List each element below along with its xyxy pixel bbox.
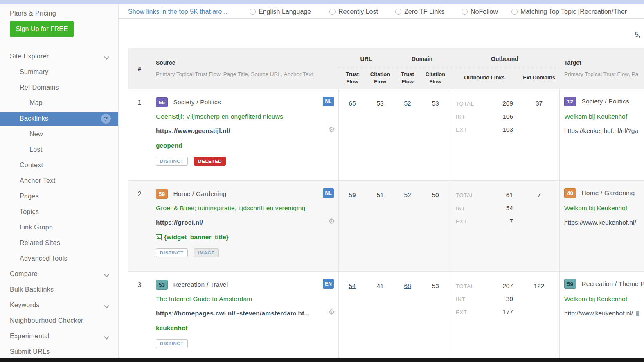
radio-icon[interactable] xyxy=(395,9,401,15)
sidebar-item-context[interactable]: Context xyxy=(0,157,118,173)
outbound-total-value: 207 xyxy=(484,282,513,290)
source-topic: Society / Politics xyxy=(173,99,221,106)
outbound-total-value: 209 xyxy=(484,100,513,107)
language-badge: EN xyxy=(323,279,334,289)
anchor-text-link[interactable]: geopend xyxy=(156,142,182,149)
page: Plans & Pricing Sign Up for FREE Site Ex… xyxy=(0,0,644,362)
backlinks-table: # Source Primary Topical Trust Flow, Pag… xyxy=(128,48,644,358)
sidebar-item-compare[interactable]: Compare xyxy=(0,266,118,282)
sidebar-item-bulk-backlinks[interactable]: Bulk Backlinks xyxy=(0,282,118,297)
sidebar-item-keywords[interactable]: Keywords xyxy=(0,297,118,313)
sidebar-item-backlinks[interactable]: Backlinks ? xyxy=(0,112,118,126)
target-url-link[interactable]: https://www.keukenhof.nl/ xyxy=(564,219,636,226)
filter-zero-tf-links[interactable]: Zero TF Links xyxy=(395,8,444,16)
target-topic: Society / Politics xyxy=(581,98,629,105)
gear-icon[interactable]: ⚙ xyxy=(329,217,335,226)
filter-matching-top-topic[interactable]: Matching Top Topic [Recreation/Ther xyxy=(511,8,627,16)
sidebar-item-map[interactable]: Map xyxy=(0,95,118,111)
source-topic: Recreation / Travel xyxy=(173,281,228,288)
filter-bar: Show links in the top 5K that are... Eng… xyxy=(119,4,644,19)
anchor-text-link[interactable]: {widget_banner_title} xyxy=(156,234,229,241)
target-page-title: Welkom bij Keukenhof xyxy=(564,113,627,120)
radio-icon[interactable] xyxy=(329,9,336,15)
sidebar-item-pages[interactable]: Pages xyxy=(0,189,118,204)
sidebar-item-advanced-tools[interactable]: Advanced Tools xyxy=(0,251,118,266)
sidebar-item-lost[interactable]: Lost xyxy=(0,142,118,157)
outbound-ext-label: EXT xyxy=(456,127,467,133)
target-url-link[interactable]: https://keukenhof.nl/nl/?ga xyxy=(564,127,638,135)
domain-trust-flow-link[interactable]: 68 xyxy=(404,282,411,289)
outbound-int-label: INT xyxy=(456,296,465,302)
outbound-int-value: 54 xyxy=(484,205,513,212)
domain-trust-flow-link[interactable]: 52 xyxy=(404,191,411,198)
topical-trust-flow-badge: 59 xyxy=(564,279,576,289)
topical-trust-flow-badge: 12 xyxy=(564,97,576,106)
sidebar-item-experimental[interactable]: Experimental xyxy=(0,328,118,344)
sidebar-item-related-sites[interactable]: Related Sites xyxy=(0,235,118,251)
source-url-link[interactable]: https://www.geenstijl.nl/ xyxy=(156,127,230,135)
show-links-filter-link[interactable]: Show links in the top 5K that are... xyxy=(128,8,227,16)
topical-trust-flow-badge: 65 xyxy=(156,97,168,107)
url-citation-flow: 41 xyxy=(367,282,393,290)
filter-recently-lost[interactable]: Recently Lost xyxy=(329,8,378,16)
topical-trust-flow-badge: 53 xyxy=(156,280,168,290)
header-group-outbound: Outbound xyxy=(450,56,559,62)
ext-domains-value: 7 xyxy=(519,191,559,199)
table-row: 3 53 Recreation / Travel EN The Internet… xyxy=(128,272,644,358)
doc-icon xyxy=(636,311,639,316)
ext-domains-value: 37 xyxy=(519,100,559,107)
chevron-down-icon xyxy=(104,303,109,308)
sidebar-item-new[interactable]: New xyxy=(0,126,118,142)
sidebar-item-neighbourhood-checker[interactable]: Neighbourhood Checker xyxy=(0,313,118,328)
outbound-int-value: 106 xyxy=(484,113,513,120)
outbound-total-label: TOTAL xyxy=(456,101,474,107)
sidebar-item-plans-pricing[interactable]: Plans & Pricing xyxy=(0,4,118,17)
header-source-subtitle: Primary Topical Trust Flow, Page Title, … xyxy=(156,71,313,77)
signup-button[interactable]: Sign Up for FREE xyxy=(10,21,74,37)
distinct-tag: DISTINCT xyxy=(156,248,188,257)
header-url-trust-flow: Trust Flow xyxy=(339,71,365,85)
sidebar-item-ref-domains[interactable]: Ref Domains xyxy=(0,80,118,95)
outbound-ext-value: 103 xyxy=(484,126,513,133)
table-row: 1 65 Society / Politics NL GeenStijl: Vl… xyxy=(128,89,644,181)
header-target-subtitle: Primary Topical Trust Flow, Pa xyxy=(564,71,638,77)
header-domain-trust-flow: Trust Flow xyxy=(394,71,421,85)
filter-nofollow[interactable]: NoFollow xyxy=(462,8,498,16)
source-page-title: The Internet Guide to Amsterdam xyxy=(156,295,252,303)
target-cell: 40 Home / Gardening Welkom bij Keukenhof… xyxy=(559,181,644,271)
help-icon[interactable]: ? xyxy=(101,114,111,124)
source-page-title: Groei & Bloei; tuininspiratie, tijdschri… xyxy=(156,205,305,212)
url-citation-flow: 53 xyxy=(367,100,393,107)
source-url-link[interactable]: https://groei.nl/ xyxy=(156,219,203,226)
target-page-title: Welkom bij Keukenhof xyxy=(564,295,627,303)
url-trust-flow-link[interactable]: 54 xyxy=(349,282,356,289)
gear-icon[interactable]: ⚙ xyxy=(329,308,335,317)
domain-citation-flow: 53 xyxy=(422,100,448,107)
anchor-text-link[interactable]: keukenhof xyxy=(156,324,188,332)
image-icon xyxy=(156,234,162,240)
sidebar-item-summary[interactable]: Summary xyxy=(0,64,118,80)
url-trust-flow-link[interactable]: 65 xyxy=(349,100,356,107)
sidebar-item-link-graph[interactable]: Link Graph xyxy=(0,220,118,235)
outbound-total-value: 61 xyxy=(484,191,513,199)
radio-icon[interactable] xyxy=(511,9,518,15)
sidebar-item-anchor-text[interactable]: Anchor Text xyxy=(0,173,118,189)
sidebar-item-topics[interactable]: Topics xyxy=(0,204,118,220)
filter-english-language[interactable]: English Language xyxy=(250,8,311,16)
header-source: Source xyxy=(156,59,175,66)
distinct-tag: DISTINCT xyxy=(156,157,188,166)
domain-trust-flow-link[interactable]: 52 xyxy=(404,100,411,107)
radio-icon[interactable] xyxy=(250,9,256,15)
topical-trust-flow-badge: 40 xyxy=(564,188,576,198)
radio-icon[interactable] xyxy=(462,9,468,15)
sidebar-item-site-explorer[interactable]: Site Explorer xyxy=(0,49,118,64)
header-url-citation-flow: Citation Flow xyxy=(367,71,393,85)
gear-icon[interactable]: ⚙ xyxy=(329,125,335,134)
row-index: 1 xyxy=(128,99,151,106)
target-url-link[interactable]: http://www.keukenhof.nl/ xyxy=(564,310,639,317)
url-trust-flow-link[interactable]: 59 xyxy=(349,191,356,198)
chevron-down-icon xyxy=(104,334,109,340)
source-url-link[interactable]: https://homepages.cwi.nl/~steven/amsterd… xyxy=(156,310,310,317)
deleted-tag: DELETED xyxy=(194,157,226,166)
sidebar-item-submit-urls[interactable]: Submit URLs xyxy=(0,344,118,360)
